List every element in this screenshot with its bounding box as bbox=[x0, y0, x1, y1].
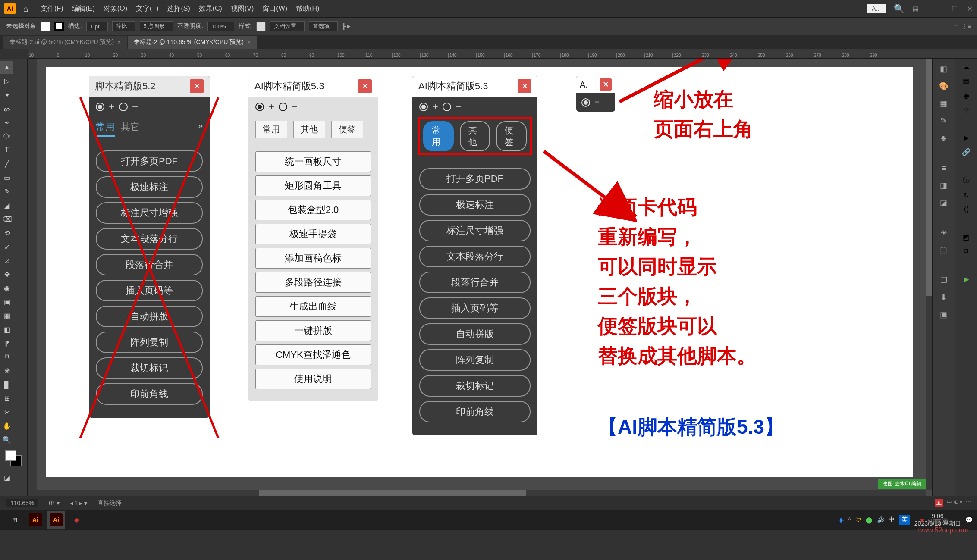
stroke-panel-icon[interactable]: ≡ bbox=[938, 162, 950, 174]
rectangle-tool[interactable]: ▭ bbox=[0, 171, 13, 184]
type-tool[interactable]: T bbox=[0, 144, 13, 156]
menu-view[interactable]: 视图(V) bbox=[231, 4, 254, 13]
radio-off[interactable] bbox=[279, 103, 287, 111]
close-button[interactable]: ✕ bbox=[600, 78, 612, 91]
opacity-input[interactable]: 100% bbox=[207, 22, 234, 31]
links-panel-icon[interactable]: 🔗 bbox=[962, 148, 971, 156]
task-ai-1[interactable]: Ai bbox=[27, 511, 44, 529]
eraser-tool[interactable]: ⌫ bbox=[0, 213, 13, 225]
doc-tab-2[interactable]: 未标题-2 @ 110.65 % (CMYK/CPU 预览) × bbox=[128, 36, 257, 49]
pen-tool[interactable]: ✒ bbox=[0, 116, 13, 129]
task-ai-2[interactable]: Ai bbox=[47, 511, 65, 529]
script-button[interactable]: 添加画稿色标 bbox=[255, 248, 371, 269]
tab-notes[interactable]: 便签 bbox=[331, 121, 363, 138]
menu-file[interactable]: 文件(F) bbox=[41, 4, 63, 13]
script-button[interactable]: 生成出血线 bbox=[255, 296, 371, 317]
home-icon[interactable]: ⌂ bbox=[23, 4, 28, 14]
close-icon[interactable]: × bbox=[247, 39, 251, 46]
zoom-level[interactable]: 110.65% bbox=[6, 499, 38, 507]
radio-on[interactable] bbox=[255, 103, 264, 111]
tab-notes[interactable]: 便签 bbox=[496, 121, 527, 151]
radio-off[interactable] bbox=[443, 103, 451, 111]
perspective-tool[interactable]: ▣ bbox=[0, 295, 13, 308]
script-button[interactable]: 极速标注 bbox=[96, 176, 203, 198]
script-button[interactable]: 标注尺寸增强 bbox=[96, 202, 203, 224]
slice-tool[interactable]: ✂ bbox=[0, 406, 13, 419]
script-button[interactable]: 自动拼版 bbox=[419, 323, 531, 345]
width-tool[interactable]: ⊿ bbox=[0, 254, 13, 267]
script-button[interactable]: 自动拼版 bbox=[96, 306, 203, 327]
prefs-icon[interactable]: ┣► bbox=[342, 23, 352, 30]
symbols-panel-icon[interactable]: ♣ bbox=[938, 132, 950, 144]
align-panel-icon[interactable]: ▤ bbox=[963, 77, 969, 85]
line-tool[interactable]: ╱ bbox=[0, 157, 13, 170]
brush-select[interactable]: 5 点圆形 bbox=[140, 21, 173, 31]
history-panel-icon[interactable]: ↻ bbox=[963, 191, 969, 199]
tray-more-icon[interactable]: ⋯ bbox=[966, 499, 971, 507]
script-button[interactable]: 段落行合并 bbox=[419, 272, 531, 293]
script-button[interactable]: 极速标注 bbox=[419, 194, 531, 216]
script-button[interactable]: 多段路径连接 bbox=[255, 272, 371, 293]
prefs-button[interactable]: 首选项 bbox=[309, 21, 338, 31]
libraries-panel-icon[interactable]: ☁ bbox=[963, 63, 970, 71]
transform-panel-icon[interactable]: ⊹ bbox=[963, 106, 969, 114]
tab-other[interactable]: 其它 bbox=[121, 121, 140, 137]
radio-off[interactable] bbox=[119, 103, 128, 111]
ime-cn[interactable]: 中 ☯ ▾ bbox=[947, 499, 962, 507]
script-button[interactable]: 裁切标记 bbox=[419, 375, 531, 397]
script-button[interactable]: 极速手提袋 bbox=[255, 224, 371, 244]
stroke-uniform[interactable]: 等比 bbox=[112, 21, 135, 31]
menu-window[interactable]: 窗口(W) bbox=[262, 4, 287, 13]
task-app-3[interactable]: ◆ bbox=[68, 511, 85, 529]
rotate-tool[interactable]: ⟲ bbox=[0, 226, 13, 239]
free-transform-tool[interactable]: ✥ bbox=[0, 268, 13, 281]
radio-on[interactable] bbox=[419, 103, 428, 111]
script-button[interactable]: 一键拼版 bbox=[255, 320, 371, 341]
artboard-tool[interactable]: ⊞ bbox=[0, 392, 13, 405]
menu-object[interactable]: 对象(O) bbox=[104, 4, 127, 13]
fill-swatch[interactable] bbox=[41, 22, 50, 31]
css-panel-icon[interactable]: ⟨⟩ bbox=[964, 205, 969, 213]
opt-more-icon[interactable]: ⋮≡ bbox=[961, 23, 971, 30]
tray-up-icon[interactable]: ^ bbox=[848, 516, 851, 523]
artboards-panel-icon[interactable]: ▣ bbox=[938, 309, 950, 321]
selection-tool[interactable]: ▲ bbox=[0, 61, 13, 74]
radio-on[interactable] bbox=[581, 98, 590, 107]
canvas[interactable]: 脚本精简版5.2✕ +− 常用 其它 » 打开多页PDF 极速标注 标注尺寸增强… bbox=[37, 59, 932, 496]
gradient-panel-icon[interactable]: ◨ bbox=[938, 179, 950, 191]
graphic-styles-panel-icon[interactable]: ⬚ bbox=[938, 244, 950, 256]
play-icon[interactable]: ▶ bbox=[964, 275, 969, 283]
zoom-tool[interactable]: 🔍 bbox=[0, 433, 13, 446]
asset-export-panel-icon[interactable]: ⬇ bbox=[938, 291, 950, 303]
tray-vol-icon[interactable]: 🔊 bbox=[877, 516, 884, 523]
tab-common[interactable]: 常用 bbox=[423, 121, 454, 151]
script-button[interactable]: 裁切标记 bbox=[96, 357, 203, 379]
close-button[interactable]: ✕ bbox=[518, 79, 531, 93]
align-pixel-icon[interactable]: ▭ bbox=[953, 23, 959, 30]
color-panel-icon[interactable]: 🎨 bbox=[938, 80, 950, 92]
arrange-docs-icon[interactable]: ▦ bbox=[912, 5, 919, 13]
menu-edit[interactable]: 编辑(E) bbox=[72, 4, 95, 13]
menu-select[interactable]: 选择(S) bbox=[167, 4, 190, 13]
close-icon[interactable]: × bbox=[117, 39, 121, 46]
brush-tool[interactable]: ✎ bbox=[0, 185, 13, 198]
artboard-nav[interactable]: ◂ 1 ▸ ▾ bbox=[70, 500, 87, 507]
scale-tool[interactable]: ⤢ bbox=[0, 240, 13, 253]
shape-builder-tool[interactable]: ◉ bbox=[0, 282, 13, 294]
swatches-panel-icon[interactable]: ▦ bbox=[938, 97, 950, 109]
info-panel-icon[interactable]: ⓘ bbox=[963, 176, 970, 185]
tray-shield-icon[interactable]: 🛡 bbox=[855, 516, 861, 523]
maximize-button[interactable]: ☐ bbox=[952, 5, 958, 13]
layers-panel-icon[interactable]: ❐ bbox=[938, 274, 950, 286]
fill-mode[interactable]: ◪ bbox=[0, 471, 13, 484]
tab-common[interactable]: 常用 bbox=[96, 121, 115, 137]
ime-indicator-icon[interactable]: 五 bbox=[935, 499, 943, 507]
script-button[interactable]: 统一画板尺寸 bbox=[255, 151, 371, 172]
eyedropper-tool[interactable]: ⁋ bbox=[0, 337, 13, 350]
radio-on[interactable] bbox=[96, 103, 104, 111]
tray-icon[interactable]: ◉ bbox=[839, 516, 844, 523]
curvature-tool[interactable]: ⧂ bbox=[0, 130, 13, 143]
appearance-panel-icon[interactable]: ☀ bbox=[938, 227, 950, 239]
direct-selection-tool[interactable]: ▷ bbox=[0, 75, 13, 88]
gradient-tool[interactable]: ◧ bbox=[0, 323, 13, 336]
